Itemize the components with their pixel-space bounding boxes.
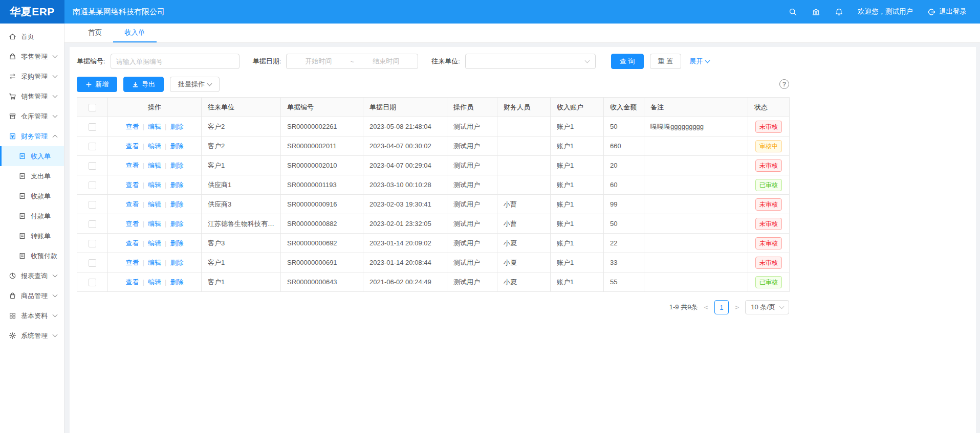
sidebar-item-sales[interactable]: 销售管理	[0, 86, 64, 106]
table-row: 查看|编辑|删除供应商1SR000000011932023-03-10 00:1…	[77, 175, 790, 195]
help-icon[interactable]: ?	[779, 79, 789, 89]
chevron-down-icon	[53, 73, 58, 78]
row-actions-cell: 查看|编辑|删除	[108, 234, 202, 253]
edit-link[interactable]: 编辑	[148, 123, 161, 130]
add-button[interactable]: 新增	[77, 77, 117, 92]
view-link[interactable]: 查看	[126, 181, 139, 189]
sidebar-subitem[interactable]: 收预付款	[0, 246, 64, 266]
row-checkbox-cell	[77, 175, 108, 195]
delete-link[interactable]: 删除	[170, 200, 183, 208]
delete-link[interactable]: 删除	[170, 220, 183, 227]
action-separator: |	[165, 181, 166, 189]
edit-link[interactable]: 编辑	[148, 278, 161, 286]
date-cell: 2023-04-07 00:30:02	[363, 136, 447, 156]
action-separator: |	[143, 123, 144, 130]
sidebar-item-finance[interactable]: 财务管理	[0, 126, 64, 146]
expand-filters-link[interactable]: 展开	[689, 57, 709, 66]
next-page-icon[interactable]: >	[734, 303, 740, 311]
sidebar-subitem[interactable]: 转账单	[0, 226, 64, 246]
tab-income-doc[interactable]: 收入单	[113, 24, 157, 42]
finance-staff-cell	[497, 136, 551, 156]
tab-home[interactable]: 首页	[77, 24, 113, 42]
page-size-select[interactable]: 10 条/页	[745, 300, 789, 314]
sidebar-subitem[interactable]: 付款单	[0, 206, 64, 226]
row-checkbox[interactable]	[89, 181, 96, 189]
table-row: 查看|编辑|删除客户2SR000000020112023-04-07 00:30…	[77, 136, 790, 156]
edit-link[interactable]: 编辑	[148, 162, 161, 169]
sidebar-item-goods[interactable]: 商品管理	[0, 286, 64, 306]
status-cell: 未审核	[748, 117, 790, 136]
view-link[interactable]: 查看	[126, 278, 139, 286]
sidebar-item-report[interactable]: 报表查询	[0, 266, 64, 286]
table-row: 查看|编辑|删除客户3SR000000006922023-01-14 20:09…	[77, 234, 790, 253]
view-link[interactable]: 查看	[126, 239, 139, 247]
bank-icon[interactable]	[812, 8, 820, 16]
edit-link[interactable]: 编辑	[148, 200, 161, 208]
row-checkbox[interactable]	[89, 201, 96, 209]
sidebar-item-warehouse[interactable]: 仓库管理	[0, 106, 64, 126]
chevron-down-icon	[207, 81, 212, 86]
delete-link[interactable]: 删除	[170, 239, 183, 247]
prev-page-icon[interactable]: <	[703, 303, 709, 311]
view-link[interactable]: 查看	[126, 162, 139, 169]
date-range-input[interactable]: 开始时间 ~ 结束时间	[286, 54, 418, 69]
delete-link[interactable]: 删除	[170, 142, 183, 150]
sidebar-subitem[interactable]: 支出单	[0, 166, 64, 186]
delete-link[interactable]: 删除	[170, 259, 183, 266]
status-cell: 未审核	[748, 156, 790, 175]
reset-button[interactable]: 重 置	[650, 54, 682, 69]
delete-link[interactable]: 删除	[170, 162, 183, 169]
sidebar-item-basic[interactable]: 基本资料	[0, 306, 64, 326]
row-checkbox[interactable]	[89, 259, 96, 267]
chevron-down-icon	[53, 113, 58, 118]
view-link[interactable]: 查看	[126, 259, 139, 266]
row-checkbox[interactable]	[89, 162, 96, 170]
basic-icon	[9, 312, 16, 320]
purchase-icon	[9, 73, 16, 80]
edit-link[interactable]: 编辑	[148, 220, 161, 227]
view-link[interactable]: 查看	[126, 123, 139, 130]
bell-icon[interactable]	[835, 8, 843, 16]
delete-link[interactable]: 删除	[170, 123, 183, 130]
sidebar-item-purchase[interactable]: 采购管理	[0, 66, 64, 86]
remark-cell	[644, 214, 748, 234]
org-select[interactable]	[465, 54, 596, 69]
row-checkbox-cell	[77, 195, 108, 214]
pagination: 1-9 共9条 < 1 > 10 条/页	[77, 300, 789, 314]
row-checkbox[interactable]	[89, 240, 96, 247]
col-finance-staff: 财务人员	[497, 98, 551, 117]
row-checkbox[interactable]	[89, 123, 96, 131]
sidebar-item-home[interactable]: 首页	[0, 27, 64, 47]
row-checkbox[interactable]	[89, 143, 96, 150]
export-button[interactable]: 导出	[123, 77, 164, 92]
app-logo[interactable]: 华夏ERP	[0, 0, 64, 24]
search-icon[interactable]	[789, 8, 797, 16]
sidebar-subitem[interactable]: 收入单	[0, 146, 64, 166]
date-cell: 2023-05-08 21:48:04	[363, 117, 447, 136]
status-badge: 已审核	[755, 276, 782, 288]
sidebar-item-label: 销售管理	[21, 92, 48, 101]
edit-link[interactable]: 编辑	[148, 259, 161, 266]
delete-link[interactable]: 删除	[170, 181, 183, 189]
sidebar-subitem-label: 转账单	[31, 232, 51, 241]
edit-link[interactable]: 编辑	[148, 142, 161, 150]
select-all-checkbox[interactable]	[89, 104, 96, 111]
current-page-button[interactable]: 1	[714, 300, 729, 314]
sidebar-item-system[interactable]: 系统管理	[0, 326, 64, 346]
view-link[interactable]: 查看	[126, 220, 139, 227]
view-link[interactable]: 查看	[126, 200, 139, 208]
search-button[interactable]: 查 询	[611, 54, 644, 69]
doc-no-input[interactable]	[111, 54, 239, 69]
edit-link[interactable]: 编辑	[148, 239, 161, 247]
row-checkbox[interactable]	[89, 279, 96, 286]
batch-actions-button[interactable]: 批量操作	[170, 77, 220, 92]
system-icon	[9, 332, 16, 339]
delete-link[interactable]: 删除	[170, 278, 183, 286]
view-link[interactable]: 查看	[126, 142, 139, 150]
row-checkbox[interactable]	[89, 220, 96, 228]
edit-link[interactable]: 编辑	[148, 181, 161, 189]
logout-button[interactable]: 退出登录	[927, 7, 967, 16]
sidebar-subitem[interactable]: 收款单	[0, 186, 64, 206]
col-account: 收入账户	[551, 98, 604, 117]
sidebar-item-retail[interactable]: 零售管理	[0, 47, 64, 66]
